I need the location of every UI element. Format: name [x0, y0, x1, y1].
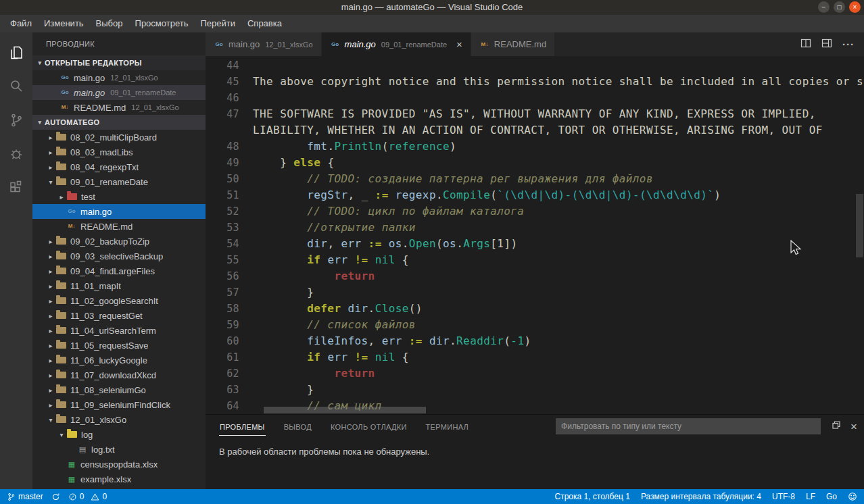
- project-header[interactable]: ▾ AUTOMATEGO: [32, 115, 206, 130]
- code-area: 4445The above copyright notice and this …: [206, 57, 864, 414]
- code-token: [382, 237, 389, 250]
- code-token: }: [253, 383, 314, 396]
- eol-setting[interactable]: LF: [806, 492, 815, 501]
- maximize-button[interactable]: □: [834, 1, 845, 13]
- code-text: fileInfos, err := dir.Readdir(-1): [253, 333, 531, 349]
- cursor-position[interactable]: Строка 1, столбец 1: [554, 492, 629, 501]
- tree-item[interactable]: ▾12_01_xlsxGo: [32, 412, 206, 427]
- tree-label: 08_04_regexpTxt: [70, 162, 139, 172]
- go-file-icon: Go: [66, 209, 77, 214]
- tree-item[interactable]: ▸11_04_urlSearchTerm: [32, 323, 206, 338]
- panel-tab[interactable]: ТЕРМИНАЛ: [425, 418, 469, 435]
- language-label: Go: [826, 492, 837, 501]
- code-editor[interactable]: 4445The above copyright notice and this …: [206, 56, 864, 414]
- tree-item[interactable]: ▸11_02_googleSearchIt: [32, 293, 206, 308]
- panel-tab[interactable]: КОНСОЛЬ ОТЛАДКИ: [330, 418, 408, 435]
- more-actions-icon[interactable]: ···: [842, 39, 855, 50]
- tree-item[interactable]: ▸11_09_seleniumFindClick: [32, 397, 206, 412]
- tree-item[interactable]: ▸08_02_multiClipBoard: [32, 130, 206, 145]
- close-button[interactable]: ×: [849, 1, 861, 13]
- file-name: README.md: [74, 103, 126, 113]
- extensions-icon[interactable]: [0, 171, 32, 205]
- git-branch-item[interactable]: master: [7, 492, 43, 501]
- editor-tab[interactable]: Gomain.go09_01_renameDate×: [322, 32, 471, 56]
- menu-item[interactable]: Перейти: [194, 15, 241, 32]
- close-icon[interactable]: ×: [456, 39, 462, 49]
- panel-tab[interactable]: ПРОБЛЕМЫ: [219, 418, 266, 436]
- tree-item[interactable]: M↓README.md: [32, 219, 206, 234]
- search-icon[interactable]: [0, 70, 32, 103]
- line-number: 59: [206, 317, 239, 333]
- tree-item[interactable]: ▸09_04_findLargeFiles: [32, 263, 206, 278]
- code-text: if err != nil {: [253, 252, 409, 268]
- tree-item[interactable]: ▸11_05_requestSave: [32, 338, 206, 353]
- sync-button[interactable]: [51, 493, 60, 501]
- menu-item[interactable]: Файл: [4, 15, 38, 32]
- chevron-down-icon: ▾: [46, 416, 55, 424]
- tree-item[interactable]: ▸11_01_mapIt: [32, 278, 206, 293]
- tree-item[interactable]: ▸test: [32, 189, 206, 204]
- explorer-icon[interactable]: [0, 36, 32, 70]
- tree-item[interactable]: ▸08_03_madLibs: [32, 145, 206, 159]
- encoding-setting[interactable]: UTF-8: [772, 492, 795, 501]
- code-line: 59 // список файлов: [206, 317, 864, 333]
- code-line: 60 fileInfos, err := dir.Readdir(-1): [206, 333, 864, 349]
- tree-item[interactable]: ▸08_04_regexpTxt: [32, 159, 206, 174]
- open-editors-header[interactable]: ▾ ОТКРЫТЫЕ РЕДАКТОРЫ: [32, 55, 206, 70]
- code-token: The above copyright notice and this perm…: [253, 75, 864, 88]
- tree-item[interactable]: Gomain.go: [32, 204, 206, 219]
- tree-item[interactable]: ▾09_01_renameDate: [32, 174, 206, 189]
- close-panel-icon[interactable]: ×: [850, 421, 857, 432]
- source-control-icon[interactable]: [0, 103, 32, 137]
- editor-tab[interactable]: Gomain.go12_01_xlsxGo: [206, 32, 322, 56]
- tree-label: 08_03_madLibs: [70, 147, 133, 157]
- chevron-right-icon: ▸: [46, 268, 55, 275]
- minimize-button[interactable]: −: [818, 1, 830, 13]
- panel-tabs: ПРОБЛЕМЫВЫВОДКОНСОЛЬ ОТЛАДКИТЕРМИНАЛ: [219, 418, 487, 436]
- menu-item[interactable]: Справка: [241, 15, 288, 32]
- tree-item[interactable]: ▸11_03_requestGet: [32, 308, 206, 323]
- maximize-panel-icon[interactable]: [832, 420, 841, 432]
- code-token: [253, 172, 307, 185]
- split-editor-icon[interactable]: [800, 38, 811, 51]
- chevron-right-icon: ▸: [46, 327, 55, 334]
- code-line: 53 //открытие папки: [206, 220, 864, 236]
- code-text: }: [253, 284, 314, 301]
- indent-setting[interactable]: Размер интервала табуляции: 4: [641, 492, 761, 501]
- tab-label: README.md: [494, 39, 546, 49]
- code-token: [368, 253, 375, 266]
- open-editor-item[interactable]: Gomain.go12_01_xlsxGo: [32, 70, 206, 85]
- language-mode[interactable]: Go: [826, 492, 837, 501]
- tree-item[interactable]: ▸11_08_seleniumGo: [32, 382, 206, 397]
- tree-item[interactable]: ▸11_06_luckyGoogle: [32, 353, 206, 368]
- tree-item[interactable]: ▸11_07_downloadXkcd: [32, 368, 206, 382]
- tree-item[interactable]: ▾log: [32, 427, 206, 442]
- code-token: `(\d\d|\d)-(\d\d|\d)-(\d\d\d\d)`: [497, 188, 714, 201]
- open-editor-item[interactable]: M↓README.md12_01_xlsxGo: [32, 100, 206, 115]
- tree-item[interactable]: ▦censuspopdata.xlsx: [32, 457, 206, 472]
- problems-filter-input[interactable]: [556, 418, 821, 434]
- debug-icon[interactable]: [0, 137, 32, 171]
- horizontal-scrollbar[interactable]: [264, 407, 426, 413]
- tree-item[interactable]: ▸09_03_selectiveBackup: [32, 249, 206, 263]
- code-token: os: [443, 237, 456, 250]
- tree-item[interactable]: ▤log.txt: [32, 442, 206, 457]
- tree-item[interactable]: ▸09_02_backupToZip: [32, 234, 206, 249]
- editor-tab[interactable]: M↓README.md: [471, 32, 555, 56]
- feedback-smiley-icon[interactable]: [848, 492, 857, 501]
- xlsx-file-icon: ▦: [66, 476, 77, 483]
- menu-item[interactable]: Выбор: [90, 15, 129, 32]
- panel-tab[interactable]: ВЫВОД: [283, 418, 312, 435]
- menu-item[interactable]: Просмотреть: [129, 15, 195, 32]
- code-token: , _: [347, 188, 375, 201]
- toggle-layout-icon[interactable]: [821, 38, 832, 51]
- encoding-label: UTF-8: [772, 492, 795, 501]
- vertical-scrollbar[interactable]: [856, 194, 863, 257]
- tree-item[interactable]: ▦example.xlsx: [32, 472, 206, 486]
- menu-item[interactable]: Изменить: [38, 15, 90, 32]
- code-line: 48 fmt.Println(reference): [206, 138, 864, 155]
- code-token: [402, 334, 409, 347]
- problems-indicator[interactable]: 0 0: [68, 492, 107, 501]
- open-editor-item[interactable]: Gomain.go09_01_renameDate: [32, 85, 206, 100]
- code-token: }: [253, 156, 293, 169]
